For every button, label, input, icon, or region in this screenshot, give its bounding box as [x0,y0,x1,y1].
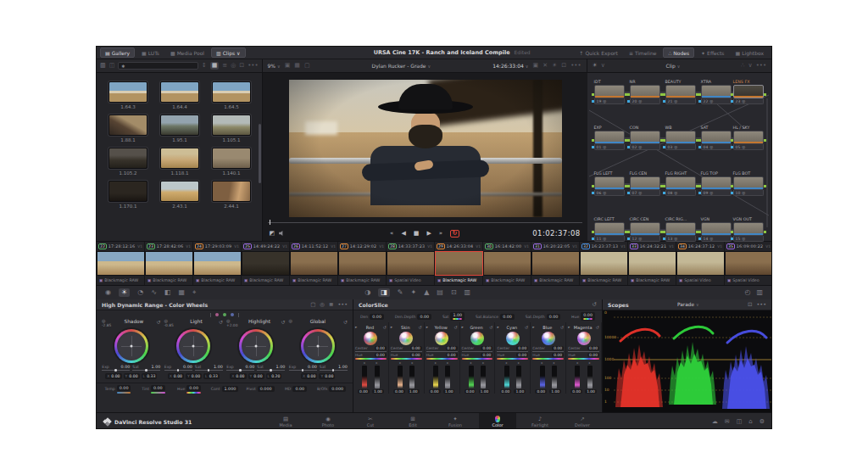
center-value[interactable]: 0.00 [587,346,599,350]
y-coordinate-field[interactable]: Y0.00 [319,373,335,379]
node-mask-port[interactable] [698,192,701,194]
viewer-more-icon[interactable]: ••• [570,63,581,69]
wheel-reset-icon[interactable]: ↺ [281,319,285,325]
grade-node[interactable]: VGN 14 ◎ [701,217,732,242]
center-value[interactable]: 0.00 [516,346,528,350]
page-tab[interactable]: ↗ Deliver [564,413,601,429]
hue-value[interactable]: 0.00 [481,353,492,357]
scope-expand-icon[interactable]: ⊡ [748,301,752,308]
bar-high-value[interactable]: 1.00 [549,389,561,394]
curves-icon[interactable]: ∿ [151,289,157,296]
node-thumbnail[interactable] [594,131,625,144]
bar-low-value[interactable]: 0.00 [393,389,405,394]
node-mask-port[interactable] [663,100,665,103]
audio-mute-icon[interactable] [279,231,285,236]
node-input-port[interactable] [592,93,594,96]
node-mask-port[interactable] [627,238,630,240]
viewer-scrub-bar[interactable] [268,222,582,223]
hue-slider[interactable] [462,358,493,360]
messages-icon[interactable]: ✉ [725,418,730,425]
clip-thumbnail[interactable] [290,251,338,276]
viewer-playhead[interactable] [270,220,271,225]
vector-color-sphere[interactable] [506,332,520,345]
node-thumbnail[interactable] [733,131,764,144]
saturation-bar[interactable] [516,366,521,388]
scope-mode-dropdown[interactable]: Parade ∨ [677,302,699,307]
image-wipe-icon[interactable]: ▣ [285,63,291,69]
node-input-port[interactable] [627,185,630,187]
timeline-clip[interactable]: 34 16:24:37:12 V1 ▣ Spatial Video [676,242,725,285]
node-input-port[interactable] [627,93,630,96]
color-wheel[interactable] [239,329,273,363]
viewer-zoom-dropdown[interactable]: 9% ∨ [268,63,281,69]
node-mask-port[interactable] [663,146,665,148]
wheel-reset-icon[interactable]: ↺ [219,319,223,325]
grade-node[interactable]: IDT 19 ◎ [594,80,625,104]
grid-view-icon[interactable]: ▦ [210,62,220,70]
grade-node[interactable]: FLG TOP 09 ◎ [701,171,732,196]
colorslice-reset-icon[interactable]: ↺ [593,301,597,308]
bar-high-value[interactable]: 1.00 [408,389,420,394]
grade-node[interactable]: LENS FX 23 ◎ [733,80,764,104]
node-thumbnail[interactable] [665,131,696,144]
node-thumbnail[interactable] [701,176,732,190]
saturation-bar[interactable] [552,366,557,388]
vector-reset-icon[interactable]: ↺ [383,325,387,330]
global-value[interactable]: 1.00 [453,313,462,317]
node-input-port[interactable] [663,139,665,142]
luma-field[interactable]: L0.33 [203,373,220,379]
grade-node[interactable]: EXP 01 ◎ [594,126,625,150]
node-thumbnail[interactable] [733,85,764,98]
saturation-bar[interactable] [445,366,450,388]
exposure-slider[interactable] [164,370,192,371]
hue-value[interactable]: 0.00 [552,353,564,357]
exposure-slider[interactable] [226,370,254,371]
y-coordinate-field[interactable]: Y0.00 [124,373,140,379]
gallery-still[interactable]: 1.88.1 [108,115,147,142]
hue-value[interactable]: 0.00 [410,353,422,357]
clip-thumbnail[interactable] [145,251,193,276]
node-thumbnail[interactable] [665,176,696,190]
vector-color-sphere[interactable] [542,332,555,345]
saturation-slider[interactable] [257,370,285,371]
y-coordinate-field[interactable]: Y0.00 [186,373,202,379]
node-mask-port[interactable] [627,192,630,194]
still-thumbnail[interactable] [160,148,199,169]
density-bar[interactable] [575,366,580,388]
hue-value[interactable]: 0.00 [375,353,387,357]
grab-still-icon[interactable]: ▣ [533,63,539,69]
bar-low-value[interactable]: 0.00 [465,389,476,394]
luma-field[interactable]: L0.33 [142,373,158,379]
global-value[interactable]: 0.00 [420,315,429,319]
media-pool-button[interactable]: ▩ Media Pool [166,48,209,57]
hdr-footer-item[interactable]: Tint 0.00 [136,385,171,394]
wheel-balance-dot[interactable] [130,345,132,348]
density-bar[interactable] [398,366,403,388]
magic-mask-icon[interactable]: ✦ [410,289,416,296]
page-tab[interactable]: ⊞ Edit [394,413,431,429]
grade-node[interactable]: SAT 04 ◎ [701,126,732,150]
wheel-reset-icon[interactable]: ↺ [156,319,160,325]
node-thumbnail[interactable] [630,222,660,236]
grade-node[interactable]: CON 02 ◎ [630,126,660,150]
center-value[interactable]: 0.00 [410,346,422,350]
clip-thumbnail[interactable] [483,251,531,276]
clip-thumbnail[interactable] [338,251,387,276]
bar-high-value[interactable]: 1.00 [443,389,455,394]
vector-reset-icon[interactable]: ↺ [560,325,564,330]
collaboration-icon[interactable]: ◫ [737,418,743,425]
saturation-bar[interactable] [587,366,593,388]
still-thumbnail[interactable] [212,148,251,169]
timeline-clip[interactable]: 29 14:26:33:04 V1 ▣ Blackmagic RAW [435,242,483,285]
center-slider[interactable] [355,351,387,352]
grade-node[interactable]: CIRC CEN 12 ◎ [630,217,660,242]
clip-thumbnail[interactable] [531,251,580,276]
bar-low-value[interactable]: 0.00 [429,389,441,394]
wheel-balance-dot[interactable] [254,345,257,348]
wheel-balance-dot[interactable] [317,345,320,348]
clip-thumbnail[interactable] [435,251,483,276]
hue-slider[interactable] [568,358,599,360]
node-input-port[interactable] [731,93,733,96]
footer-slider-value[interactable]: 0.00 [117,385,131,391]
node-output-port[interactable] [764,185,766,187]
